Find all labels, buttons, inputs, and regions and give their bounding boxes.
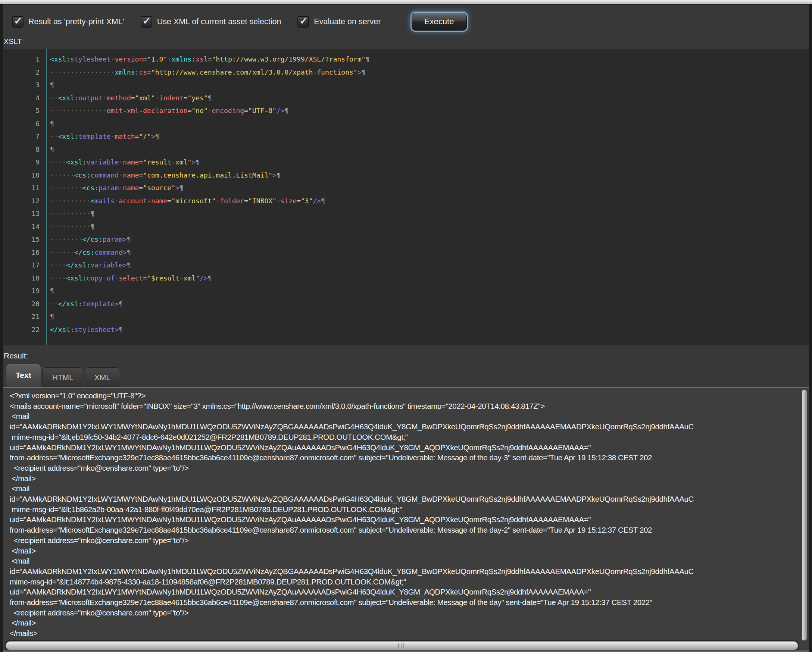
code-line: 9····<xsl:variable·name="result-xml">¶	[3, 156, 809, 169]
checkbox-label: Evaluate on server	[314, 17, 381, 26]
code-line: 15········</cs:param>¶	[3, 233, 809, 246]
code-line: 10······<cs:command·name="com.censhare.a…	[3, 169, 809, 182]
line-number: 15	[3, 233, 46, 246]
line-number: 20	[3, 298, 46, 311]
check-icon: ✓	[142, 16, 151, 26]
code-line: 16······</cs:command>¶	[3, 246, 809, 259]
result-text: <?xml version="1.0" encoding="UTF-8"?> <…	[10, 390, 799, 638]
gutter-separator	[46, 49, 47, 346]
xslt-tester-window: ✓Result as 'pretty-print XML'✓Use XML of…	[0, 0, 812, 652]
checkbox-pretty-print-xml[interactable]: ✓Result as 'pretty-print XML'	[12, 16, 124, 27]
code-line: 22</xsl:stylesheet>¶	[3, 323, 809, 337]
code-lines: 1<xsl:stylesheet·version="1.0"·xmlns:xsl…	[3, 53, 809, 336]
editor-title: XSLT	[4, 37, 22, 46]
line-number: 9	[3, 156, 46, 169]
code-line: 20··</xsl:template>¶	[3, 298, 809, 311]
vertical-scrollbar-thumb[interactable]	[801, 389, 807, 641]
line-number: 2	[3, 66, 46, 79]
line-number: 12	[3, 195, 46, 208]
code-line: 3¶	[3, 79, 809, 92]
code-line: 14··········¶	[3, 221, 809, 233]
check-icon: ✓	[300, 16, 308, 26]
line-number: 11	[3, 182, 46, 195]
line-number: 3	[3, 79, 46, 92]
window-top-strip	[0, 0, 812, 5]
result-output[interactable]: <?xml version="1.0" encoding="UTF-8"?> <…	[3, 387, 809, 652]
line-number: 16	[3, 246, 46, 259]
code-line: 5··············omit-xml-declaration="no"…	[3, 104, 809, 117]
toolbar-checkboxes: ✓Result as 'pretty-print XML'✓Use XML of…	[12, 16, 397, 27]
line-number: 13	[3, 207, 46, 221]
code-line: 18····<xsl:copy-of·select="$result-xml"/…	[3, 272, 809, 285]
line-number: 18	[3, 272, 46, 285]
line-number: 7	[3, 130, 46, 143]
tab-html[interactable]: HTML	[43, 367, 83, 387]
checkbox-box[interactable]: ✓	[12, 16, 23, 27]
code-line: 11········<cs:param·name="source">¶	[3, 182, 809, 195]
line-number: 5	[3, 104, 46, 117]
code-line: 8¶	[3, 143, 809, 156]
code-line: 12··········<mails·account-name="microso…	[3, 195, 809, 208]
checkbox-box[interactable]: ✓	[141, 16, 152, 27]
line-number: 19	[3, 285, 46, 298]
code-line: 13··········¶	[3, 207, 809, 221]
line-number: 22	[3, 323, 46, 337]
horizontal-scrollbar-thumb[interactable]	[6, 641, 798, 650]
check-icon: ✓	[14, 16, 22, 26]
code-line: 6¶	[3, 117, 809, 131]
window-bottom-edge	[3, 650, 809, 652]
code-line: 2················xmlns:cs="http://www.ce…	[3, 66, 809, 79]
checkbox-use-xml-of-selection[interactable]: ✓Use XML of current asset selection	[141, 16, 281, 27]
line-number: 4	[3, 92, 46, 105]
toolbar: ✓Result as 'pretty-print XML'✓Use XML of…	[3, 5, 809, 39]
line-number: 8	[3, 143, 46, 156]
code-line: 21¶	[3, 310, 809, 323]
line-number: 14	[3, 221, 46, 233]
line-number: 1	[3, 53, 46, 66]
execute-button[interactable]: Execute	[412, 13, 467, 30]
scrollbar-grip-icon	[398, 643, 406, 649]
checkbox-label: Result as 'pretty-print XML'	[28, 17, 124, 26]
tab-xml[interactable]: XML	[85, 367, 120, 387]
xslt-code-editor[interactable]: 1<xsl:stylesheet·version="1.0"·xmlns:xsl…	[3, 49, 809, 346]
tab-text[interactable]: Text	[6, 364, 41, 387]
checkbox-label: Use XML of current asset selection	[157, 17, 281, 26]
line-number: 17	[3, 259, 46, 272]
code-line: 1<xsl:stylesheet·version="1.0"·xmlns:xsl…	[3, 53, 809, 66]
line-number: 6	[3, 117, 46, 131]
code-line: 17····</xsl:variable>¶	[3, 259, 809, 272]
line-number: 21	[3, 310, 46, 323]
code-line: 19¶	[3, 285, 809, 298]
code-line: 4··<xsl:output·method="xml"·indent="yes"…	[3, 92, 809, 105]
line-number: 10	[3, 169, 46, 182]
result-label: Result:	[4, 351, 28, 360]
checkbox-box[interactable]: ✓	[298, 16, 309, 27]
checkbox-evaluate-on-server[interactable]: ✓Evaluate on server	[298, 16, 381, 27]
horizontal-scrollbar-track[interactable]	[5, 640, 799, 651]
code-line: 7··<xsl:template·match="/">¶	[3, 130, 809, 143]
result-tabs: TextHTMLXML	[6, 364, 122, 387]
